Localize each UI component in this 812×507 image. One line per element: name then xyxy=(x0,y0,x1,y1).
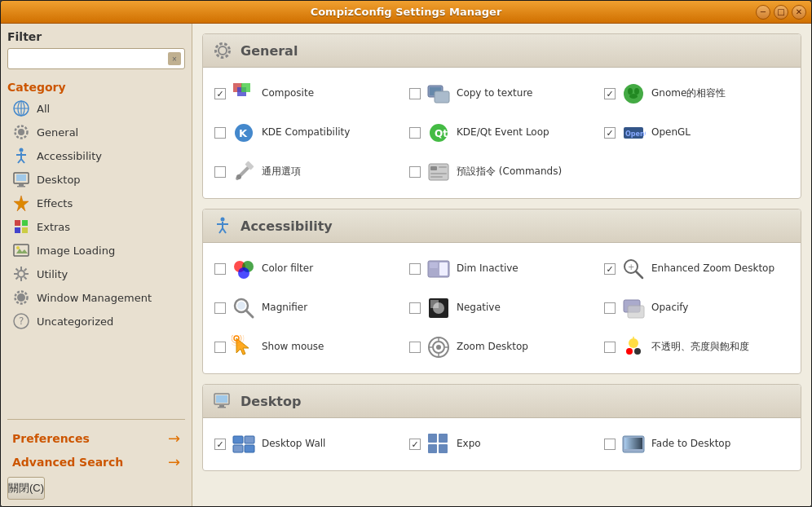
preferences-arrow-icon: → xyxy=(168,430,180,447)
desktop-item-expo[interactable]: Expo xyxy=(404,425,599,464)
copy-texture-label: Copy to texture xyxy=(457,87,532,100)
kde-qt-icon: Qt xyxy=(426,120,452,146)
svg-point-98 xyxy=(634,348,641,355)
desktop-icon xyxy=(12,170,30,188)
fade-desktop-checkbox[interactable] xyxy=(604,439,616,450)
svg-point-36 xyxy=(218,46,227,55)
sidebar-item-image-loading-label: Image Loading xyxy=(37,245,115,257)
sidebar-item-utility[interactable]: Utility xyxy=(7,262,185,285)
desktop-wall-checkbox[interactable] xyxy=(214,439,226,450)
tools-label: 通用選項 xyxy=(262,165,301,179)
kde-checkbox[interactable] xyxy=(214,127,226,139)
tools-checkbox[interactable] xyxy=(214,166,226,178)
svg-rect-108 xyxy=(439,434,448,443)
general-item-commands[interactable]: 預設指令 (Commands) xyxy=(404,152,599,192)
dim-inactive-label: Dim Inactive xyxy=(457,262,519,276)
accessibility-item-zoom-desktop[interactable]: Zoom Desktop xyxy=(404,328,599,367)
sidebar-item-window-management[interactable]: Window Management xyxy=(7,286,185,309)
sidebar-item-extras[interactable]: Extras xyxy=(7,215,185,238)
svg-rect-81 xyxy=(430,300,439,308)
filter-title: Filter xyxy=(7,30,185,43)
desktop-item-desktop-wall[interactable]: Desktop Wall xyxy=(210,425,404,464)
svg-line-31 xyxy=(16,277,19,280)
general-item-kde[interactable]: K KDE Compatibility xyxy=(210,113,404,152)
svg-rect-102 xyxy=(218,407,226,408)
titlebar: CompizConfig Settings Manager − □ ✕ xyxy=(1,1,811,24)
general-section-header: General xyxy=(203,34,801,68)
advanced-search-link[interactable]: Advanced Search → xyxy=(7,450,185,474)
svg-point-97 xyxy=(626,348,633,355)
svg-point-46 xyxy=(634,88,639,95)
search-input[interactable] xyxy=(11,51,168,67)
sidebar-item-effects[interactable]: Effects xyxy=(7,192,185,214)
sidebar-item-utility-label: Utility xyxy=(37,268,68,280)
accessibility-item-enhanced-zoom[interactable]: + Enhanced Zoom Desktop xyxy=(599,249,794,289)
accessibility-item-opacify[interactable]: Opacify xyxy=(599,289,794,328)
minimize-button[interactable]: − xyxy=(756,5,770,20)
general-item-tools[interactable]: 通用選項 xyxy=(210,152,404,192)
general-section: General Composite xyxy=(202,33,801,199)
sidebar-item-accessibility[interactable]: Accessibility xyxy=(7,144,185,167)
kde-qt-checkbox[interactable] xyxy=(409,127,421,139)
dim-inactive-checkbox[interactable] xyxy=(409,263,421,275)
expo-checkbox[interactable] xyxy=(409,439,421,450)
accessibility-item-opacity-brightness[interactable]: 不透明、亮度與飽和度 xyxy=(599,328,794,367)
sidebar-item-desktop-label: Desktop xyxy=(37,174,81,186)
preferences-link[interactable]: Preferences → xyxy=(7,426,185,450)
svg-point-62 xyxy=(221,218,225,222)
gnome-checkbox[interactable] xyxy=(604,88,616,99)
general-item-kde-qt[interactable]: Qt KDE/Qt Event Loop xyxy=(404,113,599,152)
filter-clear-button[interactable]: × xyxy=(168,52,181,65)
accessibility-item-magnifier[interactable]: Magnifier xyxy=(210,289,404,328)
opengl-label: OpenGL xyxy=(651,126,691,139)
svg-text:?: ? xyxy=(19,315,24,327)
svg-point-4 xyxy=(18,129,24,135)
show-mouse-checkbox[interactable] xyxy=(214,342,226,353)
uncategorized-icon: ? xyxy=(12,312,30,330)
general-item-composite[interactable]: Composite xyxy=(210,74,404,113)
sidebar-item-desktop[interactable]: Desktop xyxy=(7,168,185,191)
sidebar-item-general[interactable]: General xyxy=(7,121,185,143)
maximize-button[interactable]: □ xyxy=(774,5,788,20)
negative-checkbox[interactable] xyxy=(409,302,421,314)
accessibility-item-negative[interactable]: Negative xyxy=(404,289,599,328)
copy-texture-checkbox[interactable] xyxy=(409,88,421,99)
gnome-icon xyxy=(620,81,647,107)
general-item-copy-texture[interactable]: Copy to texture xyxy=(404,74,599,113)
general-item-gnome[interactable]: Gnome的相容性 xyxy=(599,74,794,113)
accessibility-item-show-mouse[interactable]: Show mouse xyxy=(210,328,404,367)
desktop-item-fade-desktop[interactable]: Fade to Desktop xyxy=(599,425,794,464)
accessibility-icon xyxy=(12,147,30,165)
enhanced-zoom-label: Enhanced Zoom Desktop xyxy=(651,262,774,276)
accessibility-item-color-filter[interactable]: Color filter xyxy=(210,249,404,289)
opengl-checkbox[interactable] xyxy=(604,127,616,139)
copy-texture-icon xyxy=(426,81,452,107)
sidebar-item-general-label: General xyxy=(37,126,78,139)
close-button-titlebar[interactable]: ✕ xyxy=(792,5,806,20)
svg-rect-72 xyxy=(439,262,448,276)
sidebar-item-image-loading[interactable]: Image Loading xyxy=(7,239,185,262)
accessibility-item-dim-inactive[interactable]: Dim Inactive xyxy=(404,249,599,289)
opacify-checkbox[interactable] xyxy=(604,302,616,314)
kde-qt-label: KDE/Qt Event Loop xyxy=(457,126,549,139)
zoom-desktop-checkbox[interactable] xyxy=(409,342,421,353)
sidebar-item-window-management-label: Window Management xyxy=(37,292,152,304)
enhanced-zoom-checkbox[interactable] xyxy=(604,263,616,275)
commands-checkbox[interactable] xyxy=(409,166,421,178)
close-button[interactable]: 關閉(C) xyxy=(7,477,45,500)
sidebar-item-uncategorized[interactable]: ? Uncategorized xyxy=(7,310,185,333)
dim-inactive-icon xyxy=(426,256,452,282)
accessibility-items-grid: Color filter Dim Inactive xyxy=(203,243,801,373)
magnifier-checkbox[interactable] xyxy=(214,302,226,314)
sidebar-item-extras-label: Extras xyxy=(37,221,70,233)
general-item-opengl[interactable]: OpenGL OpenGL xyxy=(599,113,794,152)
commands-label: 預設指令 (Commands) xyxy=(457,165,562,179)
opacity-brightness-checkbox[interactable] xyxy=(604,342,616,353)
color-filter-checkbox[interactable] xyxy=(214,263,226,275)
gnome-label: Gnome的相容性 xyxy=(651,87,726,100)
window-title: CompizConfig Settings Manager xyxy=(311,6,502,18)
desktop-section-icon xyxy=(213,391,232,411)
composite-checkbox[interactable] xyxy=(214,88,226,99)
sidebar-item-all[interactable]: All xyxy=(7,97,185,120)
svg-text:+: + xyxy=(628,262,634,271)
